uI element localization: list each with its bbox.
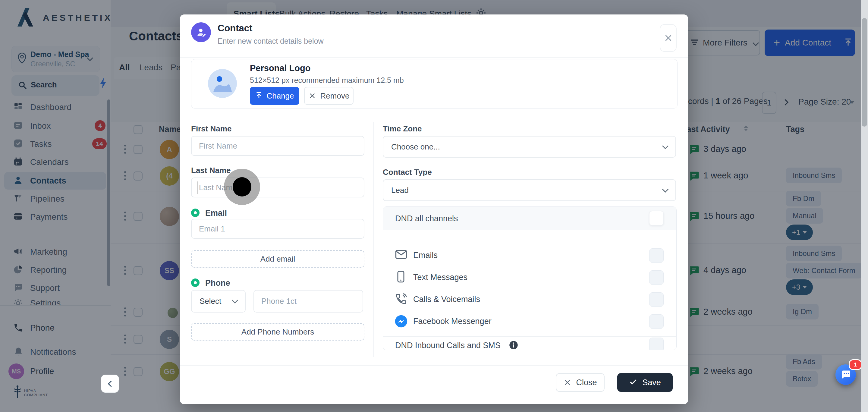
check-icon [629, 378, 638, 387]
x-icon [309, 93, 315, 99]
dnd-all-label: DND all channels [395, 214, 458, 223]
chevron-down-icon [662, 142, 669, 149]
contact-type-select[interactable]: Lead [383, 179, 676, 201]
dnd-all-checkbox[interactable] [649, 211, 664, 225]
dnd-panel: DND all channels Emails Text Messages Ca… [383, 207, 677, 350]
contact-type-label: Contact Type [383, 167, 432, 177]
phone-number-input[interactable] [253, 290, 363, 313]
chevron-left-icon [107, 380, 114, 387]
chat-bubble-icon [840, 369, 851, 380]
remove-logo-button[interactable]: Remove [304, 87, 353, 105]
facebook-messenger-icon [395, 315, 408, 329]
app-screen: AESTHETIXCRM Demo - Med Spa Greenville, … [0, 0, 868, 412]
contact-modal: Contact Enter new contact details below … [180, 14, 688, 404]
timezone-select[interactable]: Choose one... [383, 136, 676, 158]
modal-title: Contact [218, 23, 252, 34]
phone-radio-icon[interactable] [191, 279, 199, 287]
change-logo-button[interactable]: Change [250, 87, 299, 105]
chat-notification-badge: 1 [849, 359, 862, 370]
dnd-messenger-checkbox[interactable] [649, 314, 664, 329]
logo-title: Personal Logo [250, 63, 310, 73]
first-name-label: First Name [191, 124, 231, 133]
logo-placeholder-icon [208, 69, 237, 99]
email-radio-icon[interactable] [191, 209, 199, 217]
chevron-down-icon [232, 297, 238, 304]
text-caret [197, 182, 197, 194]
email-input[interactable] [191, 219, 364, 239]
dnd-texts-checkbox[interactable] [649, 271, 664, 285]
calls-phone-icon [395, 293, 407, 306]
modal-subtitle: Enter new contact details below [218, 37, 324, 45]
modal-close-icon[interactable] [660, 24, 677, 52]
save-button[interactable]: Save [617, 373, 673, 392]
close-button[interactable]: Close [556, 373, 604, 392]
page-scrollbar[interactable] [861, 0, 868, 412]
info-icon[interactable] [509, 341, 518, 350]
email-label: Email [205, 209, 227, 218]
add-phone-button[interactable]: Add Phone Numbers [191, 323, 364, 341]
dnd-inbound-checkbox[interactable] [649, 338, 664, 350]
sidebar-collapse-button[interactable] [101, 375, 119, 393]
dnd-emails-checkbox[interactable] [649, 248, 664, 263]
first-name-input[interactable] [191, 136, 364, 156]
last-name-input[interactable] [191, 178, 364, 197]
smartphone-icon [397, 271, 405, 284]
last-name-label: Last Name [191, 166, 231, 175]
phone-label: Phone [205, 279, 230, 288]
email-envelope-icon [395, 250, 407, 260]
phone-country-select[interactable]: Select [191, 290, 246, 313]
chevron-down-icon [662, 186, 669, 192]
contact-avatar-icon [191, 22, 211, 42]
x-icon [564, 379, 570, 386]
click-indicator-dot [233, 177, 251, 196]
add-email-button[interactable]: Add email [191, 250, 364, 267]
timezone-label: Time Zone [383, 124, 422, 133]
dnd-calls-checkbox[interactable] [649, 292, 664, 307]
logo-hint: 512×512 px recommended maximum 12.5 mb [250, 76, 404, 85]
upload-icon [255, 91, 263, 100]
scrollbar-thumb[interactable] [862, 18, 867, 127]
